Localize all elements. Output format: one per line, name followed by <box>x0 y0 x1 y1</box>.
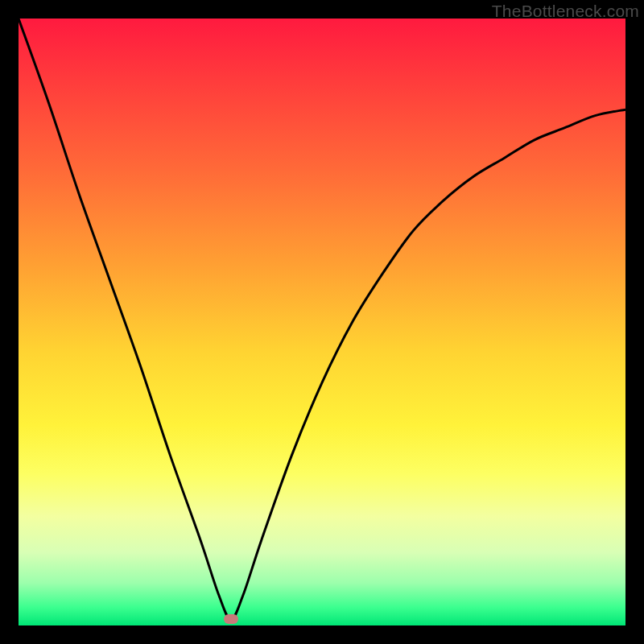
minimum-marker <box>224 614 238 624</box>
plot-area <box>19 19 625 625</box>
bottleneck-curve <box>19 19 625 619</box>
curve-svg <box>19 19 625 625</box>
chart-frame: TheBottleneck.com <box>0 0 644 644</box>
